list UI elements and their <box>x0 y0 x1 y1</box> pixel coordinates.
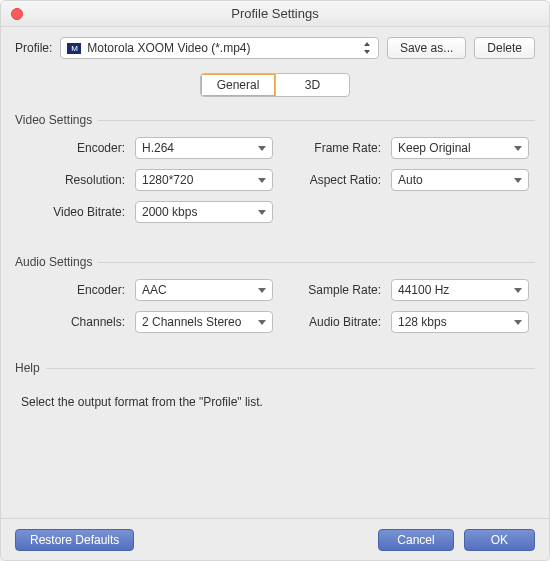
video-encoder-label: Encoder: <box>15 141 125 155</box>
channels-select[interactable]: 2 Channels Stereo <box>135 311 273 333</box>
chevron-down-icon <box>258 210 266 215</box>
chevron-down-icon <box>514 320 522 325</box>
resolution-label: Resolution: <box>15 173 125 187</box>
aspect-ratio-label: Aspect Ratio: <box>283 173 381 187</box>
chevron-down-icon <box>514 178 522 183</box>
tab-3d[interactable]: 3D <box>275 74 349 96</box>
profile-settings-window: Profile Settings Profile: M Motorola XOO… <box>0 0 550 561</box>
video-encoder-select[interactable]: H.264 <box>135 137 273 159</box>
video-settings-title: Video Settings <box>15 113 92 127</box>
chevron-down-icon <box>258 178 266 183</box>
sample-rate-label: Sample Rate: <box>283 283 381 297</box>
video-bitrate-label: Video Bitrate: <box>15 205 125 219</box>
profile-label: Profile: <box>15 41 52 55</box>
window-title: Profile Settings <box>231 6 318 21</box>
restore-defaults-button[interactable]: Restore Defaults <box>15 529 134 551</box>
audio-encoder-label: Encoder: <box>15 283 125 297</box>
tab-general[interactable]: General <box>201 74 275 96</box>
resolution-select[interactable]: 1280*720 <box>135 169 273 191</box>
sample-rate-select[interactable]: 44100 Hz <box>391 279 529 301</box>
tabs: General 3D <box>200 73 350 97</box>
help-title: Help <box>15 361 40 375</box>
cancel-button[interactable]: Cancel <box>378 529 453 551</box>
chevron-down-icon <box>514 288 522 293</box>
channels-label: Channels: <box>15 315 125 329</box>
chevron-down-icon <box>514 146 522 151</box>
help-text: Select the output format from the "Profi… <box>15 385 535 409</box>
audio-encoder-select[interactable]: AAC <box>135 279 273 301</box>
audio-settings-title: Audio Settings <box>15 255 92 269</box>
audio-bitrate-select[interactable]: 128 kbps <box>391 311 529 333</box>
profile-select[interactable]: M Motorola XOOM Video (*.mp4) <box>60 37 379 59</box>
updown-icon <box>362 41 372 55</box>
chevron-down-icon <box>258 288 266 293</box>
audio-bitrate-label: Audio Bitrate: <box>283 315 381 329</box>
aspect-ratio-select[interactable]: Auto <box>391 169 529 191</box>
device-icon: M <box>67 43 81 54</box>
titlebar: Profile Settings <box>1 1 549 27</box>
delete-button[interactable]: Delete <box>474 37 535 59</box>
close-icon[interactable] <box>11 8 23 20</box>
frame-rate-label: Frame Rate: <box>283 141 381 155</box>
ok-button[interactable]: OK <box>464 529 535 551</box>
frame-rate-select[interactable]: Keep Original <box>391 137 529 159</box>
save-as-button[interactable]: Save as... <box>387 37 466 59</box>
video-bitrate-select[interactable]: 2000 kbps <box>135 201 273 223</box>
chevron-down-icon <box>258 320 266 325</box>
chevron-down-icon <box>258 146 266 151</box>
profile-value: Motorola XOOM Video (*.mp4) <box>87 41 250 55</box>
